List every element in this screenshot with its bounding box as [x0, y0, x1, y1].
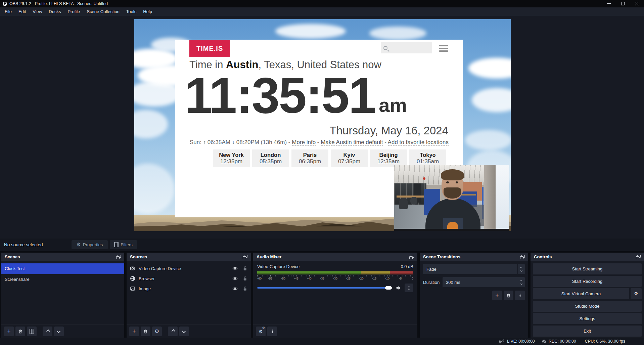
- city-paris[interactable]: Paris06:35pm: [291, 149, 328, 167]
- clock-meridiem: am: [379, 95, 407, 115]
- source-item-browser[interactable]: Browser: [127, 273, 251, 284]
- remove-scene-button[interactable]: [15, 327, 25, 336]
- city-kyiv[interactable]: Kyiv07:35pm: [331, 149, 368, 167]
- city-beijing[interactable]: Beijing12:35am: [370, 149, 407, 167]
- search-box[interactable]: [381, 42, 432, 53]
- lock-icon[interactable]: [242, 266, 247, 271]
- more-info-link[interactable]: More info: [292, 139, 316, 146]
- city-london[interactable]: London05:35pm: [252, 149, 289, 167]
- speaker-icon[interactable]: [395, 285, 402, 291]
- eye-icon[interactable]: [232, 266, 238, 271]
- remove-source-button[interactable]: [141, 327, 150, 336]
- duration-label: Duration: [423, 280, 443, 285]
- gear-icon: ⚙: [634, 291, 638, 296]
- advanced-audio-button[interactable]: ⚙⚙: [256, 327, 266, 336]
- lock-icon[interactable]: [242, 286, 247, 291]
- move-scene-down-button[interactable]: [54, 327, 64, 336]
- volume-slider[interactable]: [257, 287, 392, 289]
- start-recording-button[interactable]: Start Recording: [533, 276, 642, 287]
- scenes-title: Scenes: [5, 254, 20, 259]
- move-source-up-button[interactable]: [168, 327, 178, 336]
- sources-title: Sources: [130, 254, 147, 259]
- scene-item-screenshare[interactable]: Screenshare: [1, 274, 124, 285]
- chevron-up-icon: [520, 266, 522, 269]
- source-item-video-capture[interactable]: Video Capture Device: [127, 263, 251, 273]
- mixer-options-button[interactable]: [405, 284, 413, 292]
- webcam-overlay[interactable]: [394, 165, 509, 231]
- menu-docks[interactable]: Docks: [45, 7, 64, 16]
- make-default-link[interactable]: Make Austin time default: [321, 139, 383, 146]
- popout-icon: [409, 255, 414, 259]
- mixer-channel-name: Video Capture Device: [257, 264, 300, 269]
- filters-button[interactable]: Filters: [110, 240, 137, 249]
- volume-meter: [257, 271, 413, 274]
- lock-icon[interactable]: [242, 276, 247, 281]
- kebab-icon: [270, 329, 275, 334]
- menu-file[interactable]: File: [1, 7, 15, 16]
- scenes-panel: Scenes Clock Test Screenshare +: [1, 253, 124, 338]
- eye-icon[interactable]: [232, 286, 238, 291]
- menu-edit[interactable]: Edit: [15, 7, 29, 16]
- move-source-down-button[interactable]: [179, 327, 189, 336]
- clock-display: 11:35:51 am: [185, 69, 407, 122]
- move-scene-up-button[interactable]: [43, 327, 52, 336]
- settings-button[interactable]: Settings: [533, 313, 642, 324]
- dropdown-spinner[interactable]: [517, 264, 525, 274]
- cloud: [369, 27, 426, 40]
- controls-panel: Controls Start Streaming Start Recording…: [531, 253, 644, 338]
- scene-item-clock-test[interactable]: Clock Test: [1, 263, 124, 274]
- source-item-image[interactable]: Image: [127, 284, 251, 294]
- virtual-camera-config-button[interactable]: ⚙: [631, 288, 642, 299]
- record-disabled-icon: [542, 339, 547, 344]
- chevron-down-icon: [56, 329, 60, 333]
- add-source-button[interactable]: +: [129, 327, 139, 336]
- cloud: [465, 130, 511, 150]
- scene-filters-button[interactable]: [27, 327, 37, 336]
- transition-properties-button[interactable]: [515, 291, 525, 300]
- filter-icon: [114, 242, 119, 247]
- controls-title: Controls: [534, 254, 552, 259]
- cloud: [134, 81, 181, 106]
- transition-dropdown[interactable]: Fade: [423, 264, 525, 274]
- meter-ruler: [257, 275, 413, 276]
- start-streaming-button[interactable]: Start Streaming: [533, 263, 642, 274]
- city-newyork[interactable]: New York12:35pm: [213, 149, 250, 167]
- close-button[interactable]: [630, 0, 644, 7]
- menu-profile[interactable]: Profile: [64, 7, 83, 16]
- add-transition-button[interactable]: +: [492, 291, 502, 300]
- eye-icon[interactable]: [232, 276, 238, 281]
- mixer-menu-button[interactable]: [267, 327, 277, 336]
- menu-scene-collection[interactable]: Scene Collection: [83, 7, 123, 16]
- restore-icon: [621, 2, 625, 5]
- remove-transition-button[interactable]: [504, 291, 513, 300]
- source-properties-button[interactable]: ⚙: [152, 327, 162, 336]
- volume-slider-handle[interactable]: [385, 286, 392, 290]
- minimize-button[interactable]: [602, 0, 616, 7]
- hamburger-menu-icon[interactable]: [439, 45, 448, 52]
- double-gear-icon: ⚙⚙: [259, 328, 263, 335]
- chevron-up-icon: [171, 329, 175, 333]
- preview-area: TIME.IS Time in Austin, Texas, United St…: [0, 16, 644, 239]
- chevron-up-icon: [520, 279, 522, 282]
- window-title: OBS 29.1.2 - Profile: LLHLS BETA - Scene…: [9, 1, 108, 6]
- duration-spinner[interactable]: [517, 277, 525, 287]
- search-input[interactable]: [387, 45, 424, 51]
- restore-button[interactable]: [616, 0, 630, 7]
- obs-window: OBS 29.1.2 - Profile: LLHLS BETA - Scene…: [0, 0, 644, 345]
- add-favorite-link[interactable]: Add to favorite locations: [388, 139, 449, 146]
- exit-button[interactable]: Exit: [533, 326, 642, 337]
- add-scene-button[interactable]: +: [4, 327, 14, 336]
- dock-area: Scenes Clock Test Screenshare + Sources: [0, 251, 644, 338]
- timeis-logo[interactable]: TIME.IS: [189, 40, 230, 57]
- studio-mode-button[interactable]: Studio Mode: [533, 301, 642, 312]
- preview-canvas[interactable]: TIME.IS Time in Austin, Texas, United St…: [134, 19, 511, 231]
- properties-button[interactable]: ⚙ Properties: [72, 240, 108, 249]
- status-bar: LIVE: 00:00:00 REC: 00:00:00 CPU: 0.6%, …: [0, 338, 644, 345]
- duration-spinbox[interactable]: 300 ms: [443, 277, 525, 287]
- city-tokyo[interactable]: Tokyo01:35am: [409, 149, 446, 167]
- start-virtual-camera-button[interactable]: Start Virtual Camera: [533, 288, 629, 299]
- menu-help[interactable]: Help: [140, 7, 155, 16]
- menu-tools[interactable]: Tools: [123, 7, 140, 16]
- menu-view[interactable]: View: [29, 7, 45, 16]
- chevron-down-icon: [520, 269, 522, 271]
